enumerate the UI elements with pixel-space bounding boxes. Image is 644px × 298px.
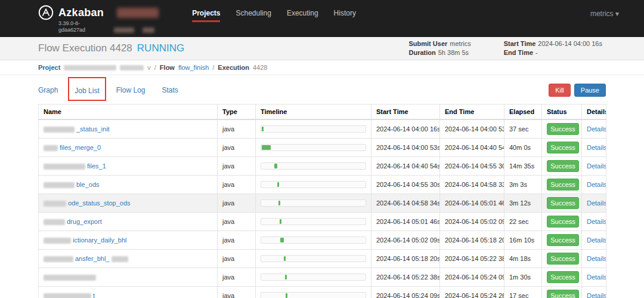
details-link[interactable]: Details <box>587 236 606 244</box>
brand-block: Azkaban 3.39.0-8- gdaa627ad <box>38 0 159 33</box>
job-name-link[interactable]: files_merge_0 <box>60 144 101 151</box>
redacted-text <box>114 27 134 33</box>
tab-graph[interactable]: Graph <box>38 86 58 94</box>
timeline-bar <box>280 238 284 242</box>
job-start-time: 2024-06-14 05:24 09s <box>371 287 440 298</box>
job-end-time: 2024-06-14 05:22 38s <box>440 250 504 268</box>
job-start-time: 2024-06-14 04:00 53s <box>371 139 440 157</box>
status-badge: Success <box>547 253 579 265</box>
caret-down-icon: ▾ <box>615 10 619 18</box>
job-elapsed: 4m 18s <box>504 250 542 268</box>
timeline-track <box>261 255 366 262</box>
redacted-name-prefix <box>44 238 71 244</box>
status-badge: Success <box>547 160 579 172</box>
table-row: files_merge_0 java 2024-06-14 04:00 53s … <box>39 139 606 157</box>
job-type: java <box>218 157 256 176</box>
job-name-link[interactable]: ansfer_bhl_ <box>75 255 110 262</box>
nav-item-history[interactable]: History <box>334 9 356 22</box>
top-navbar: Azkaban 3.39.0-8- gdaa627ad Projects Sch… <box>0 0 644 37</box>
breadcrumb-project-label[interactable]: Project <box>38 64 60 71</box>
details-link[interactable]: Details <box>587 162 606 170</box>
status-badge: Success <box>547 234 579 246</box>
job-elapsed: 16m 10s <box>504 231 542 250</box>
end-time-value: - <box>535 49 538 56</box>
job-start-time: 2024-06-14 04:00 16s <box>371 119 440 139</box>
breadcrumb-flow-link[interactable]: flow_finish <box>178 64 209 71</box>
breadcrumb-execution-label: Execution <box>218 64 249 71</box>
job-type: java <box>218 231 256 250</box>
breadcrumb-flow-label: Flow <box>160 64 175 71</box>
details-link[interactable]: Details <box>587 218 606 225</box>
details-link[interactable]: Details <box>587 181 606 188</box>
submit-user-label: Submit User <box>409 40 448 47</box>
nav-item-scheduling[interactable]: Scheduling <box>236 9 271 22</box>
azkaban-logo-icon <box>38 5 54 20</box>
job-name-link[interactable]: t <box>93 292 95 298</box>
redacted-name-prefix <box>44 127 75 133</box>
job-name-link[interactable]: ble_ods <box>76 181 100 188</box>
status-badge: Success <box>547 197 579 209</box>
table-row: _status_init java 2024-06-14 04:00 16s 2… <box>39 119 606 139</box>
table-row: ble_ods java 2024-06-14 04:55 30s 2024-0… <box>39 176 606 194</box>
brand-title: Azkaban <box>58 7 104 19</box>
table-row: drug_export java 2024-06-14 05:01 46s 20… <box>39 213 606 231</box>
timeline-bar <box>277 182 279 187</box>
timeline-track <box>261 162 366 170</box>
col-header-end-time: End Time <box>440 105 504 120</box>
job-end-time: 2024-06-14 05:02 09s <box>440 213 504 231</box>
details-link[interactable]: Details <box>587 199 606 207</box>
job-name-link[interactable]: ictionary_daily_bhl <box>73 236 127 244</box>
details-link[interactable]: Details <box>587 274 606 281</box>
redacted-text <box>143 27 154 33</box>
redacted-name-prefix <box>44 219 65 225</box>
col-header-details: Details <box>582 105 606 120</box>
job-type: java <box>218 268 256 287</box>
details-link[interactable]: Details <box>587 144 606 151</box>
job-end-time: 2024-06-14 04:58 33s <box>440 176 504 194</box>
timeline-track <box>261 292 366 298</box>
col-header-name: Name <box>39 105 218 120</box>
pause-button[interactable]: Pause <box>574 84 606 97</box>
timeline-bar <box>280 219 281 224</box>
job-elapsed: 14m 35s <box>504 157 542 176</box>
job-list-table: Name Type Timeline Start Time End Time E… <box>38 104 606 298</box>
job-end-time: 2024-06-14 05:18 20s <box>440 231 504 250</box>
timeline-track <box>261 181 366 188</box>
job-start-time: 2024-06-14 05:18 20s <box>371 250 440 268</box>
tab-stats[interactable]: Stats <box>162 86 178 94</box>
kill-button[interactable]: Kill <box>549 84 571 97</box>
submit-user-value: metrics <box>450 40 470 47</box>
redacted-text <box>117 8 159 18</box>
job-start-time: 2024-06-14 05:01 46s <box>371 213 440 231</box>
details-link[interactable]: Details <box>587 292 606 298</box>
version-line-1: 3.39.0-8- <box>58 20 159 27</box>
table-row: files_1 java 2024-06-14 04:40 54s 2024-0… <box>39 157 606 176</box>
timeline-track <box>261 199 366 207</box>
job-name-link[interactable]: _status_init <box>76 125 110 133</box>
version-line-2: gdaa627ad <box>58 27 85 33</box>
nav-item-executing[interactable]: Executing <box>287 9 318 22</box>
job-end-time: 2024-06-14 04:00 53s <box>440 119 504 139</box>
breadcrumb: Project v / Flow flow_finish / Execution… <box>0 60 644 75</box>
nav-item-projects[interactable]: Projects <box>192 9 220 22</box>
job-name-link[interactable]: ode_status_stop_ods <box>68 199 131 207</box>
details-link[interactable]: Details <box>587 255 606 262</box>
redacted-name-prefix <box>44 201 66 207</box>
tab-flow-log[interactable]: Flow Log <box>116 86 145 94</box>
job-start-time: 2024-06-14 04:58 34s <box>371 194 440 213</box>
start-time-value: 2024-06-14 04:00 16s <box>538 40 602 47</box>
status-badge: Success <box>547 123 579 135</box>
status-badge: Success <box>547 271 579 283</box>
tab-job-list[interactable]: Job List <box>75 87 99 95</box>
job-name-link[interactable]: drug_export <box>67 218 102 225</box>
metrics-dropdown[interactable]: metrics ▾ <box>590 0 619 18</box>
redacted-name-prefix <box>44 293 91 298</box>
job-name-link[interactable]: files_1 <box>87 162 106 170</box>
redacted-name-prefix <box>44 256 73 262</box>
timeline-bar <box>262 145 271 150</box>
job-elapsed: 37 sec <box>504 119 542 139</box>
timeline-track <box>261 218 366 225</box>
breadcrumb-separator: / <box>212 64 214 71</box>
redacted-name-prefix <box>44 164 85 170</box>
details-link[interactable]: Details <box>587 125 606 133</box>
